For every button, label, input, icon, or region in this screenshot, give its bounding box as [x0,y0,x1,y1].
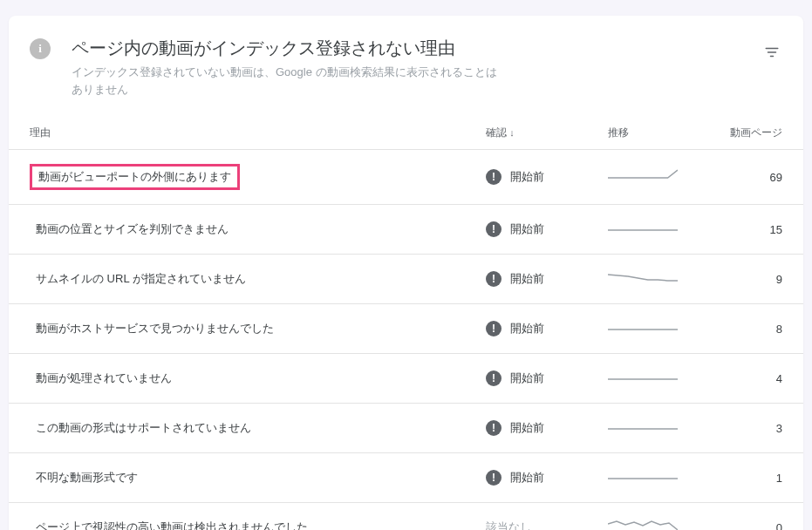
table-header-row: 理由 確認 ↓ 推移 動画ページ [9,117,803,150]
status-cell: !開始前 [465,205,587,255]
reason-cell: 動画がビューポートの外側にあります [9,150,465,205]
sparkline [608,518,678,531]
table-row[interactable]: この動画の形式はサポートされていません!開始前3 [9,404,803,453]
trend-cell [587,304,699,354]
sparkline [608,369,678,386]
exclamation-icon: ! [486,420,502,436]
pages-cell: 1 [699,453,803,503]
exclamation-icon: ! [486,169,502,185]
exclamation-icon: ! [486,271,502,287]
sparkline [608,220,678,237]
reason-cell: ページ上で視認性の高い動画は検出されませんでした [9,503,465,531]
exclamation-icon: ! [486,370,502,386]
table-row[interactable]: ページ上で視認性の高い動画は検出されませんでした該当なし0 [9,503,803,531]
pages-cell: 0 [699,503,803,531]
status-label: 開始前 [510,271,544,287]
pages-cell: 3 [699,404,803,453]
pages-cell: 69 [699,150,803,205]
status-cell: !開始前 [465,453,587,503]
col-pages: 動画ページ [699,117,803,150]
exclamation-icon: ! [486,470,502,486]
table-row[interactable]: 動画がビューポートの外側にあります!開始前69 [9,150,803,205]
report-card: i ページ内の動画がインデックス登録されない理由 インデックス登録されていない動… [9,16,803,530]
col-validation-label: 確認 [486,126,507,139]
page-title: ページ内の動画がインデックス登録されない理由 [72,37,751,60]
status-cell: !開始前 [465,354,587,404]
status-label: 開始前 [510,221,544,237]
reason-text: 動画の位置とサイズを判別できません [30,219,235,240]
header-text: ページ内の動画がインデックス登録されない理由 インデックス登録されていない動画は… [72,37,751,98]
trend-cell [587,205,699,255]
status-cell: !開始前 [465,255,587,304]
reason-cell: この動画の形式はサポートされていません [9,404,465,453]
sort-descending-icon: ↓ [509,127,515,138]
reason-text: ページ上で視認性の高い動画は検出されませんでした [30,517,314,530]
issues-table: 理由 確認 ↓ 推移 動画ページ 動画がビューポートの外側にあります!開始前69… [9,117,803,530]
table-row[interactable]: 動画が処理されていません!開始前4 [9,354,803,404]
exclamation-icon: ! [486,221,502,237]
trend-cell [587,255,699,304]
trend-cell [587,503,699,531]
col-trend: 推移 [587,117,699,150]
reason-text: 動画がホストサービスで見つかりませんでした [30,318,280,339]
table-row[interactable]: サムネイルの URL が指定されていません!開始前9 [9,255,803,304]
sparkline [608,319,678,336]
pages-cell: 15 [699,205,803,255]
col-reason: 理由 [9,117,465,150]
pages-cell: 9 [699,255,803,304]
page-subtitle: インデックス登録されていない動画は、Google の動画検索結果に表示されること… [72,64,508,98]
reason-cell: 不明な動画形式です [9,453,465,503]
exclamation-icon: ! [486,321,502,336]
status-label: 開始前 [510,470,544,486]
reason-cell: サムネイルの URL が指定されていません [9,255,465,304]
col-validation[interactable]: 確認 ↓ [465,117,587,150]
reason-cell: 動画が処理されていません [9,354,465,404]
status-label: 該当なし [486,520,531,530]
status-cell: !開始前 [465,304,587,354]
card-header: i ページ内の動画がインデックス登録されない理由 インデックス登録されていない動… [9,16,803,117]
sparkline [608,167,678,185]
status-cell: 該当なし [465,503,587,531]
table-row[interactable]: 不明な動画形式です!開始前1 [9,453,803,503]
reason-text: サムネイルの URL が指定されていません [30,268,252,289]
trend-cell [587,453,699,503]
status-cell: !開始前 [465,150,587,205]
reason-text: 不明な動画形式です [30,467,144,488]
sparkline [608,418,678,436]
status-label: 開始前 [510,169,544,185]
trend-cell [587,354,699,404]
pages-cell: 4 [699,354,803,404]
status-label: 開始前 [510,420,544,436]
reason-text: 動画が処理されていません [30,368,178,389]
sparkline [608,269,678,287]
filter-button[interactable] [761,42,782,63]
table-row[interactable]: 動画がホストサービスで見つかりませんでした!開始前8 [9,304,803,354]
info-icon: i [30,38,51,59]
trend-cell [587,404,699,453]
table-row[interactable]: 動画の位置とサイズを判別できません!開始前15 [9,205,803,255]
status-label: 開始前 [510,321,544,336]
trend-cell [587,150,699,205]
status-label: 開始前 [510,370,544,386]
reason-cell: 動画がホストサービスで見つかりませんでした [9,304,465,354]
pages-cell: 8 [699,304,803,354]
info-icon-glyph: i [38,42,42,56]
reason-cell: 動画の位置とサイズを判別できません [9,205,465,255]
reason-text: 動画がビューポートの外側にあります [30,164,240,190]
sparkline [608,468,678,486]
filter-icon [764,44,780,60]
status-cell: !開始前 [465,404,587,453]
reason-text: この動画の形式はサポートされていません [30,418,257,438]
